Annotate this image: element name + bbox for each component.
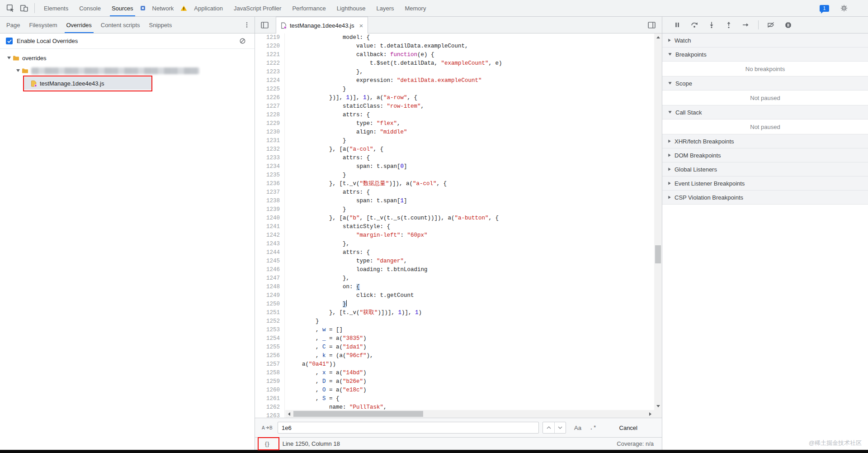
section-dom-breakpoints[interactable]: DOM Breakpoints	[662, 148, 868, 162]
vertical-scroll-thumb[interactable]	[655, 245, 661, 263]
code-line[interactable]: }	[288, 317, 662, 326]
line-number[interactable]: 1242	[255, 231, 284, 240]
deactivate-breakpoints-icon[interactable]	[765, 19, 777, 31]
code-line[interactable]: t.$set(t.detailData, "exampleCount", e)	[288, 59, 662, 68]
line-number[interactable]: 1232	[255, 145, 284, 154]
line-number[interactable]: 1224	[255, 76, 284, 85]
enable-overrides-checkbox[interactable]	[6, 38, 13, 44]
code-line[interactable]: , O = a("e18c")	[288, 386, 662, 395]
search-next-button[interactable]	[554, 422, 566, 433]
line-number[interactable]: 1255	[255, 343, 284, 352]
line-number[interactable]: 1233	[255, 154, 284, 162]
section-event-listener-breakpoints[interactable]: Event Listener Breakpoints	[662, 176, 868, 191]
code-line[interactable]: staticStyle: {	[288, 223, 662, 231]
code-line[interactable]: }	[288, 300, 662, 309]
line-number[interactable]: 1236	[255, 180, 284, 188]
section-breakpoints[interactable]: Breakpoints	[662, 48, 868, 62]
line-number[interactable]: 1220	[255, 42, 284, 51]
replace-toggle-icon[interactable]: AB	[260, 424, 274, 431]
code-editor[interactable]: 1219122012211222122312241225122612271228…	[255, 33, 662, 418]
line-number[interactable]: 1238	[255, 197, 284, 205]
warning-icon[interactable]	[180, 5, 187, 11]
code-line[interactable]: a("0a41"))	[288, 360, 662, 369]
code-line[interactable]: })], 1)], 1), a("a-row", {	[288, 94, 662, 102]
section-global-listeners[interactable]: Global Listeners	[662, 162, 868, 176]
step-over-icon[interactable]	[689, 19, 700, 31]
tab-memory[interactable]: Memory	[399, 0, 431, 16]
code-line[interactable]: type: "flex",	[288, 119, 662, 128]
expander-icon[interactable]	[14, 69, 22, 72]
scroll-down-arrow-icon[interactable]	[654, 402, 662, 410]
line-number[interactable]: 1258	[255, 369, 284, 377]
line-number-gutter[interactable]: 1219122012211222122312241225122612271228…	[255, 33, 285, 418]
pause-on-exceptions-icon[interactable]	[782, 19, 794, 31]
line-number[interactable]: 1235	[255, 171, 284, 180]
code-line[interactable]: align: "middle"	[288, 128, 662, 137]
line-number[interactable]: 1237	[255, 188, 284, 197]
tab-console[interactable]: Console	[74, 0, 106, 16]
close-icon[interactable]: ×	[359, 22, 363, 29]
line-number[interactable]: 1247	[255, 274, 284, 283]
code-line[interactable]: }, [t._v("获取")])], 1)], 1)	[288, 309, 662, 317]
line-number[interactable]: 1244	[255, 248, 284, 257]
code-line[interactable]: , k = (a("96cf"),	[288, 352, 662, 360]
tree-item-overrides[interactable]: overrides	[0, 52, 255, 64]
section-call-stack[interactable]: Call Stack	[662, 105, 868, 119]
extension-panel-icon[interactable]	[140, 5, 146, 11]
step-into-icon[interactable]	[706, 19, 717, 31]
vertical-scrollbar[interactable]	[654, 33, 662, 410]
tree-item-redacted[interactable]	[0, 64, 255, 77]
line-number[interactable]: 1259	[255, 377, 284, 386]
code-line[interactable]: }	[288, 137, 662, 145]
settings-gear-icon[interactable]	[837, 2, 851, 14]
code-line[interactable]: }	[288, 171, 662, 180]
console-messages-badge[interactable]: 1	[820, 5, 829, 12]
line-number[interactable]: 1252	[255, 317, 284, 326]
line-number[interactable]: 1223	[255, 68, 284, 76]
line-number[interactable]: 1253	[255, 326, 284, 334]
tab-elements[interactable]: Elements	[38, 0, 74, 16]
code-line[interactable]: , S = {	[288, 395, 662, 403]
navigator-tab-content-scripts[interactable]: Content scripts	[96, 17, 145, 33]
pretty-print-button[interactable]: {}	[260, 440, 274, 448]
code-lines[interactable]: model: { value: t.detailData.exampleCoun…	[288, 33, 662, 418]
toggle-sidebar-icon[interactable]	[645, 19, 658, 32]
line-number[interactable]: 1250	[255, 300, 284, 309]
line-number[interactable]: 1260	[255, 386, 284, 395]
line-number[interactable]: 1262	[255, 403, 284, 412]
line-number[interactable]: 1221	[255, 51, 284, 59]
inspect-icon[interactable]	[4, 2, 17, 14]
section-watch[interactable]: Watch	[662, 33, 868, 48]
code-line[interactable]: }	[288, 85, 662, 94]
line-number[interactable]: 1240	[255, 214, 284, 223]
code-line[interactable]: on: {	[288, 283, 662, 291]
code-line[interactable]: },	[288, 240, 662, 248]
tab-layers[interactable]: Layers	[371, 0, 399, 16]
device-toolbar-icon[interactable]	[17, 2, 31, 14]
scroll-left-arrow-icon[interactable]	[285, 410, 293, 418]
step-out-icon[interactable]	[723, 19, 735, 31]
line-number[interactable]: 1257	[255, 360, 284, 369]
code-line[interactable]: span: t.span[0]	[288, 162, 662, 171]
code-line[interactable]: callback: function(e) {	[288, 51, 662, 59]
tab-javascript-profiler[interactable]: JavaScript Profiler	[228, 0, 287, 16]
line-number[interactable]: 1234	[255, 162, 284, 171]
line-number[interactable]: 1263	[255, 412, 284, 418]
search-input[interactable]	[278, 422, 539, 434]
code-line[interactable]: }, [a("b", [t._v(t._s(t.count))]), a("a-…	[288, 214, 662, 223]
navigator-tab-overrides[interactable]: Overrides	[62, 17, 96, 33]
tab-lighthouse[interactable]: Lighthouse	[331, 0, 371, 16]
code-line[interactable]: }	[288, 205, 662, 214]
code-line[interactable]: staticClass: "row-item",	[288, 102, 662, 111]
section-xhr-fetch-breakpoints[interactable]: XHR/fetch Breakpoints	[662, 134, 868, 148]
code-line[interactable]: attrs: {	[288, 248, 662, 257]
line-number[interactable]: 1243	[255, 240, 284, 248]
pause-icon[interactable]	[671, 19, 683, 31]
section-csp-violation-breakpoints[interactable]: CSP Violation Breakpoints	[662, 191, 868, 205]
code-line[interactable]: , D = a("b26e")	[288, 377, 662, 386]
section-scope[interactable]: Scope	[662, 76, 868, 91]
horizontal-scroll-thumb[interactable]	[293, 411, 423, 417]
navigator-tab-filesystem[interactable]: Filesystem	[24, 17, 61, 33]
line-number[interactable]: 1261	[255, 395, 284, 403]
code-line[interactable]: attrs: {	[288, 111, 662, 119]
